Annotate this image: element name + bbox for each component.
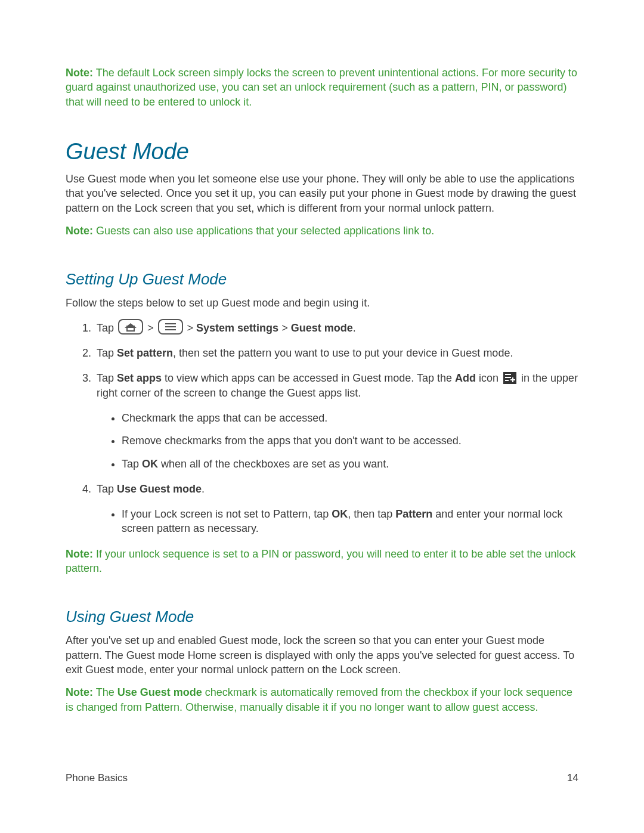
- step1-sep2: >: [184, 322, 197, 334]
- step1-end: .: [353, 322, 356, 334]
- step-3: Tap Set apps to view which apps can be a…: [94, 371, 578, 470]
- b3-post: when all of the checkboxes are set as yo…: [158, 458, 389, 470]
- bullet-3: Tap OK when all of the checkboxes are se…: [122, 457, 578, 471]
- step4-bullets: If your Lock screen is not set to Patter…: [97, 507, 578, 536]
- note-text: The default Lock screen simply locks the…: [66, 67, 577, 108]
- setting-up-intro: Follow the steps below to set up Guest m…: [66, 296, 578, 310]
- using-note: Note: The Use Guest mode checkmark is au…: [66, 685, 578, 714]
- page-footer: Phone Basics 14: [66, 772, 578, 785]
- note-text: If your unlock sequence is set to a PIN …: [66, 548, 575, 574]
- step1-sep3: >: [278, 322, 291, 334]
- step3-mid: to view which apps can be accessed in Gu…: [162, 372, 455, 384]
- step3-bold2: Add: [455, 372, 476, 384]
- note-label: Note:: [66, 686, 93, 698]
- s4b-ok: OK: [332, 508, 348, 520]
- step3-post1: icon: [476, 372, 501, 384]
- using-heading: Using Guest Mode: [66, 606, 578, 627]
- step1-pre: Tap: [97, 322, 117, 334]
- note-text: Guests can also use applications that yo…: [93, 225, 434, 237]
- setting-end-note: Note: If your unlock sequence is set to …: [66, 547, 578, 576]
- guest-mode-heading: Guest Mode: [66, 137, 578, 167]
- using-note-bold: Use Guest mode: [117, 686, 202, 698]
- menu-key-icon: [158, 319, 183, 335]
- note-label: Note:: [66, 67, 93, 79]
- note-label: Note:: [66, 548, 93, 560]
- step4-bold: Use Guest mode: [117, 483, 202, 495]
- step-2: Tap Set pattern, then set the pattern yo…: [94, 346, 578, 360]
- step-1: Tap > > System settings > Guest mode.: [94, 319, 578, 335]
- step4-pre: Tap: [97, 483, 117, 495]
- step4-post: .: [202, 483, 205, 495]
- intro-note: Note: The default Lock screen simply loc…: [66, 66, 578, 109]
- step2-post: , then set the pattern you want to use t…: [173, 347, 513, 359]
- page-content: Note: The default Lock screen simply loc…: [66, 66, 578, 726]
- s4b-pattern: Pattern: [395, 508, 432, 520]
- step-4: Tap Use Guest mode. If your Lock screen …: [94, 482, 578, 536]
- bullet-1: Checkmark the apps that can be accessed.: [122, 411, 578, 425]
- step3-bold1: Set apps: [117, 372, 162, 384]
- note-label: Note:: [66, 225, 93, 237]
- step1-gm: Guest mode: [291, 322, 353, 334]
- s4b-mid: , then tap: [348, 508, 395, 520]
- home-key-icon: [118, 319, 143, 335]
- setting-up-heading: Setting Up Guest Mode: [66, 269, 578, 290]
- s4b-pre: If your Lock screen is not set to Patter…: [122, 508, 332, 520]
- guest-mode-intro: Use Guest mode when you let someone else…: [66, 172, 578, 215]
- step1-sep: >: [144, 322, 157, 334]
- step2-bold: Set pattern: [117, 347, 173, 359]
- step2-pre: Tap: [97, 347, 117, 359]
- b3-bold: OK: [142, 458, 158, 470]
- bullet-2: Remove checkmarks from the apps that you…: [122, 433, 578, 448]
- using-note-pre: The: [93, 686, 117, 698]
- step3-bullets: Checkmark the apps that can be accessed.…: [97, 411, 578, 471]
- add-icon: [503, 372, 516, 384]
- steps-list: Tap > > System settings > Guest mode. Ta…: [66, 319, 578, 536]
- guest-mode-note: Note: Guests can also use applications t…: [66, 224, 578, 238]
- footer-section: Phone Basics: [66, 772, 128, 785]
- using-para: After you've set up and enabled Guest mo…: [66, 633, 578, 677]
- footer-page-number: 14: [567, 772, 578, 785]
- step1-sys: System settings: [196, 322, 278, 334]
- step3-pre: Tap: [97, 372, 117, 384]
- b3-pre: Tap: [122, 458, 142, 470]
- step4-bullet: If your Lock screen is not set to Patter…: [122, 507, 578, 536]
